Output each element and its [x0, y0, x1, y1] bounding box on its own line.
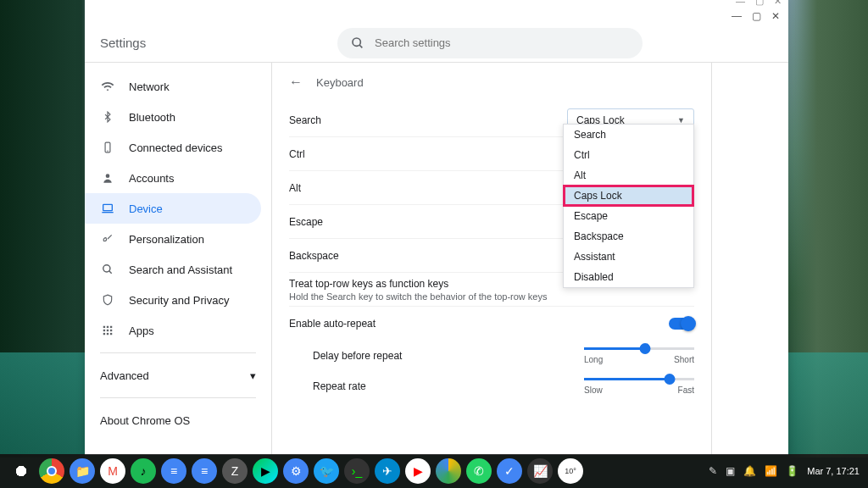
- maximize-icon[interactable]: ▢: [752, 10, 761, 22]
- search-icon: [100, 262, 115, 277]
- svg-rect-15: [103, 333, 105, 335]
- sidebar-item-security-privacy[interactable]: Security and Privacy: [85, 285, 261, 315]
- play-icon[interactable]: ▶: [253, 458, 278, 484]
- close-icon[interactable]: ✕: [774, 0, 782, 7]
- dropdown-option-ctrl[interactable]: Ctrl: [564, 145, 693, 165]
- row-label: Backspace: [289, 250, 339, 262]
- svg-point-4: [106, 174, 110, 178]
- chevron-down-icon: ▼: [677, 116, 685, 125]
- advanced-label: Advanced: [100, 369, 149, 382]
- phone-icon: [100, 140, 115, 155]
- rate-slider-row: Repeat rate Slow Fast: [289, 371, 694, 402]
- svg-rect-9: [103, 326, 105, 328]
- dropdown-option-assistant[interactable]: Assistant: [564, 247, 693, 267]
- settings-icon[interactable]: ⚙: [283, 458, 309, 484]
- svg-rect-10: [107, 326, 108, 328]
- wifi-tray-icon[interactable]: 📶: [765, 465, 777, 477]
- close-icon[interactable]: ✕: [771, 10, 780, 22]
- youtube-icon[interactable]: ▶: [405, 458, 431, 484]
- svg-rect-11: [110, 326, 112, 328]
- tray-box-icon[interactable]: ▣: [726, 465, 735, 477]
- slider-min-label: Slow: [584, 385, 603, 395]
- clock[interactable]: Mar 7, 17:21: [807, 466, 860, 476]
- browser-window: — ▢ ✕ — ▢ ✕ Settings Network: [85, 0, 788, 455]
- sidebar-item-accounts[interactable]: Accounts: [85, 163, 261, 193]
- docs-icon[interactable]: ≡: [161, 458, 186, 484]
- outer-titlebar: — ▢ ✕: [85, 0, 788, 8]
- app-z-icon[interactable]: Z: [222, 458, 248, 484]
- whatsapp-icon[interactable]: ✆: [466, 458, 492, 484]
- terminal-icon[interactable]: ›_: [344, 458, 370, 484]
- bluetooth-icon: [100, 109, 115, 125]
- search-icon: [351, 36, 364, 50]
- svg-rect-5: [103, 204, 113, 210]
- dropdown-option-alt[interactable]: Alt: [564, 165, 693, 186]
- search-box[interactable]: [337, 28, 643, 58]
- minimize-icon[interactable]: —: [736, 0, 745, 6]
- battery-icon[interactable]: 🔋: [786, 465, 798, 477]
- inner-titlebar: — ▢ ✕: [85, 8, 788, 24]
- sidebar-item-label: Connected devices: [129, 141, 223, 154]
- maximize-icon[interactable]: ▢: [755, 0, 764, 7]
- settings-window: — ▢ ✕ Settings Network Bluetooth: [85, 8, 788, 455]
- dropdown-option-capslock[interactable]: Caps Lock: [564, 186, 693, 206]
- row-label: Search: [289, 114, 321, 126]
- brush-icon: [100, 231, 115, 247]
- svg-rect-14: [110, 330, 112, 331]
- sidebar-item-personalization[interactable]: Personalization: [85, 224, 261, 254]
- setting-row-autorepeat: Enable auto-repeat: [289, 307, 694, 341]
- delay-slider-row: Delay before repeat Long Short: [289, 341, 694, 371]
- apps-icon: [100, 323, 115, 338]
- notification-icon[interactable]: 🔔: [743, 465, 756, 477]
- twitter-icon[interactable]: 🐦: [314, 458, 339, 484]
- search-input[interactable]: [375, 36, 629, 49]
- dropdown-option-search[interactable]: Search: [564, 125, 693, 145]
- drive-icon[interactable]: [436, 458, 461, 484]
- slider-label: Repeat rate: [313, 380, 482, 392]
- dropdown-menu: Search Ctrl Alt Caps Lock Escape Backspa…: [563, 124, 694, 288]
- delay-slider[interactable]: [584, 347, 694, 350]
- launcher-icon[interactable]: [8, 458, 34, 484]
- divider: [100, 397, 256, 398]
- rate-slider[interactable]: [584, 378, 694, 380]
- sidebar-item-device[interactable]: Device: [85, 193, 261, 224]
- back-icon[interactable]: ←: [289, 75, 303, 90]
- row-sublabel: Hold the Search key to switch the behavi…: [289, 291, 548, 302]
- autorepeat-toggle[interactable]: [669, 318, 694, 330]
- weather-icon[interactable]: 10°: [558, 458, 583, 484]
- sidebar-about[interactable]: About Chrome OS: [85, 405, 271, 435]
- sidebar-advanced[interactable]: Advanced ▾: [85, 360, 271, 391]
- sidebar-item-apps[interactable]: Apps: [85, 315, 261, 346]
- slider-min-label: Long: [584, 355, 603, 364]
- telegram-icon[interactable]: ✈: [375, 458, 400, 484]
- chart-icon[interactable]: 📈: [527, 458, 553, 484]
- sidebar-item-search-assistant[interactable]: Search and Assistant: [85, 254, 261, 285]
- panel-header: ← Keyboard: [289, 75, 694, 90]
- check-icon[interactable]: ✓: [497, 458, 522, 484]
- row-label: Treat top-row keys as function keys: [289, 278, 548, 290]
- sidebar-item-network[interactable]: Network: [85, 71, 261, 102]
- dropdown-option-escape[interactable]: Escape: [564, 206, 693, 226]
- svg-rect-13: [107, 330, 108, 331]
- page-title: Settings: [100, 36, 337, 50]
- spotify-icon[interactable]: ♪: [131, 458, 156, 484]
- system-tray[interactable]: ✎ ▣ 🔔 📶 🔋 Mar 7, 17:21: [709, 465, 860, 477]
- minimize-icon[interactable]: —: [732, 10, 742, 22]
- sidebar-item-connected-devices[interactable]: Connected devices: [85, 132, 261, 163]
- svg-rect-17: [110, 333, 112, 335]
- sidebar-item-label: Bluetooth: [129, 111, 175, 124]
- dropdown-option-backspace[interactable]: Backspace: [564, 226, 693, 247]
- files-icon[interactable]: 📁: [70, 458, 95, 484]
- dropdown-option-disabled[interactable]: Disabled: [564, 267, 693, 287]
- taskbar: 📁 M ♪ ≡ ≡ Z ▶ ⚙ 🐦 ›_ ✈ ▶ ✆ ✓ 📈 10° ✎ ▣ 🔔…: [0, 454, 868, 488]
- pen-icon[interactable]: ✎: [709, 465, 717, 477]
- chrome-icon[interactable]: [39, 458, 64, 484]
- person-icon: [100, 170, 115, 186]
- sidebar-item-bluetooth[interactable]: Bluetooth: [85, 102, 261, 132]
- docs2-icon[interactable]: ≡: [192, 458, 217, 484]
- svg-point-0: [353, 38, 360, 46]
- gmail-icon[interactable]: M: [100, 458, 125, 484]
- svg-line-8: [109, 271, 112, 274]
- sidebar: Network Bluetooth Connected devices Acco…: [85, 63, 271, 455]
- sidebar-item-label: Personalization: [129, 233, 204, 246]
